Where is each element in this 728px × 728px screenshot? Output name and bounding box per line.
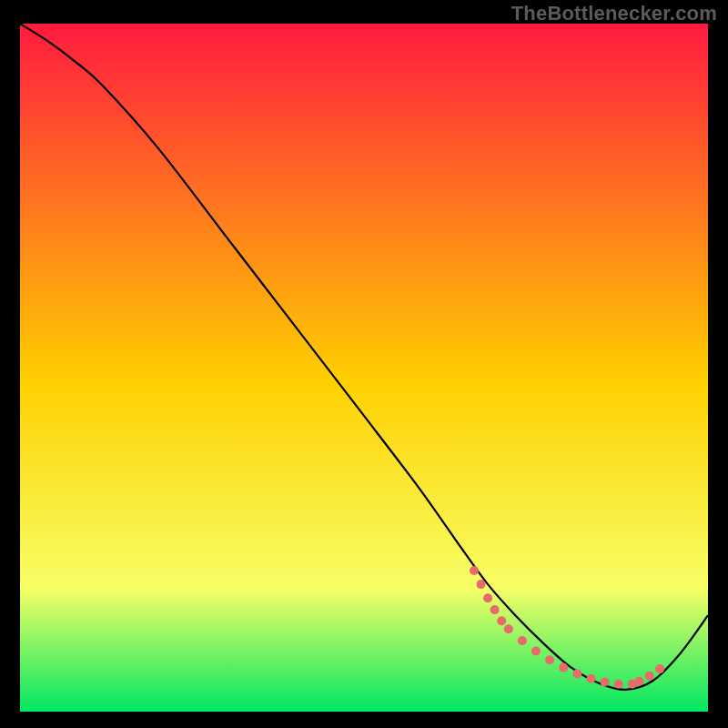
plot-area bbox=[20, 24, 708, 712]
range-dot bbox=[614, 680, 623, 689]
range-dot bbox=[645, 672, 654, 681]
range-dot bbox=[531, 647, 541, 656]
gradient-background bbox=[20, 24, 708, 712]
range-dot bbox=[504, 624, 513, 633]
range-dot bbox=[655, 664, 664, 673]
range-dot bbox=[601, 678, 610, 687]
range-dot bbox=[497, 616, 506, 625]
range-dot bbox=[587, 674, 596, 683]
chart-frame: TheBottlenecker.com bbox=[0, 0, 728, 728]
range-dot bbox=[559, 663, 568, 672]
range-dot bbox=[572, 669, 581, 678]
range-dot bbox=[490, 605, 500, 614]
bottleneck-curve-chart bbox=[20, 24, 708, 712]
range-dot bbox=[518, 636, 527, 645]
range-dot bbox=[634, 677, 643, 686]
watermark-text: TheBottlenecker.com bbox=[511, 2, 717, 25]
range-dot bbox=[477, 580, 486, 589]
range-dot bbox=[483, 593, 492, 602]
range-dot bbox=[470, 566, 479, 575]
range-dot bbox=[545, 655, 554, 664]
